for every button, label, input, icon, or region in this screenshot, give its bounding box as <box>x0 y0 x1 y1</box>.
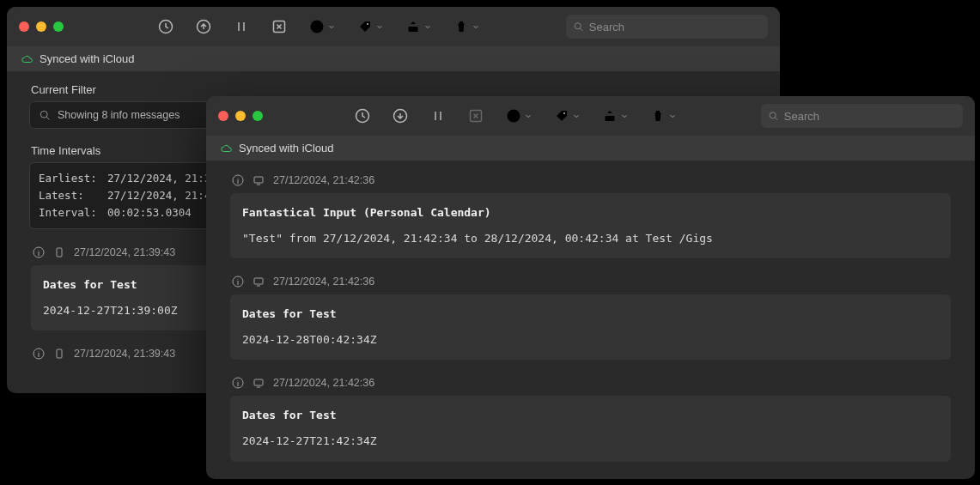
toolbar <box>158 19 479 34</box>
entry-timestamp: 27/12/2024, 21:39:43 <box>74 348 175 360</box>
entry-title: Dates for Test <box>242 406 939 425</box>
close-window-button[interactable] <box>19 21 29 32</box>
cloud-icon <box>220 142 232 155</box>
latest-key: Latest: <box>39 187 107 204</box>
delete-menu[interactable] <box>453 19 479 34</box>
tag-menu[interactable] <box>357 19 383 34</box>
earliest-key: Earliest: <box>39 170 107 187</box>
share-menu[interactable] <box>602 108 628 124</box>
search-input[interactable] <box>784 110 956 123</box>
search-icon <box>39 109 51 121</box>
log-entry-card[interactable]: Dates for Test 2024-12-28T00:42:34Z <box>230 294 951 360</box>
zoom-window-button[interactable] <box>53 21 64 32</box>
content-area: 27/12/2024, 21:42:36 Fantastical Input (… <box>206 161 975 479</box>
info-icon <box>33 246 45 258</box>
info-icon <box>232 377 244 389</box>
search-input[interactable] <box>589 21 761 33</box>
interval-value: 00:02:53.0304 <box>107 204 192 221</box>
device-icon <box>253 276 265 288</box>
share-menu[interactable] <box>405 19 431 34</box>
interval-key: Interval: <box>39 204 107 221</box>
entry-body: 2024-12-28T00:42:34Z <box>242 330 939 349</box>
entry-meta: 27/12/2024, 21:42:36 <box>220 169 961 191</box>
sync-status-bar: Synced with iCloud <box>206 136 975 161</box>
minimize-window-button[interactable] <box>235 111 246 121</box>
sync-status-bar: Synced with iCloud <box>7 46 780 71</box>
history-button[interactable] <box>355 108 370 124</box>
sync-status-text: Synced with iCloud <box>40 52 135 65</box>
delete-menu[interactable] <box>650 108 676 124</box>
sync-status-text: Synced with iCloud <box>239 142 334 155</box>
clear-button[interactable] <box>468 108 484 124</box>
search-icon <box>768 110 779 122</box>
cloud-icon <box>21 53 33 65</box>
upload-button[interactable] <box>196 19 211 34</box>
pause-button[interactable] <box>234 19 249 34</box>
search-field[interactable] <box>566 15 768 39</box>
titlebar[interactable] <box>206 96 975 136</box>
download-button[interactable] <box>393 108 408 124</box>
zoom-window-button[interactable] <box>253 111 263 121</box>
entry-timestamp: 27/12/2024, 21:39:43 <box>74 246 175 258</box>
view-mode-menu[interactable] <box>506 108 532 124</box>
tag-menu[interactable] <box>554 108 580 124</box>
entry-meta: 27/12/2024, 21:42:36 <box>220 270 961 293</box>
phone-icon <box>53 348 65 360</box>
log-entry-card[interactable]: Fantastical Input (Personal Calendar) "T… <box>230 193 951 258</box>
device-icon <box>253 174 265 186</box>
entry-body: "Test" from 27/12/2024, 21:42:34 to 28/1… <box>242 229 939 248</box>
titlebar[interactable] <box>7 7 780 46</box>
traffic-lights <box>218 111 263 121</box>
close-window-button[interactable] <box>218 111 228 121</box>
entry-title: Dates for Test <box>242 305 939 324</box>
phone-icon <box>53 246 65 258</box>
info-icon <box>33 348 45 360</box>
device-icon <box>253 377 265 389</box>
entry-timestamp: 27/12/2024, 21:42:36 <box>273 174 374 186</box>
filter-summary-text: Showing 8 info messages <box>58 109 180 121</box>
search-icon <box>573 21 584 33</box>
entry-meta: 27/12/2024, 21:42:36 <box>220 372 961 394</box>
entry-timestamp: 27/12/2024, 21:42:36 <box>273 276 374 288</box>
clear-button[interactable] <box>271 19 287 34</box>
entry-title: Fantastical Input (Personal Calendar) <box>242 203 939 222</box>
search-field[interactable] <box>761 104 963 128</box>
info-icon <box>232 174 244 186</box>
minimize-window-button[interactable] <box>36 21 46 32</box>
traffic-lights <box>19 21 64 32</box>
info-icon <box>232 276 244 288</box>
pause-button[interactable] <box>430 108 446 124</box>
log-entry-card[interactable]: Dates for Test 2024-12-27T21:42:34Z <box>230 396 951 461</box>
view-mode-menu[interactable] <box>309 19 335 34</box>
entry-timestamp: 27/12/2024, 21:42:36 <box>273 377 374 389</box>
history-button[interactable] <box>158 19 173 34</box>
log-window-2: Synced with iCloud 27/12/2024, 21:42:36 … <box>206 96 975 479</box>
toolbar <box>355 108 676 124</box>
entry-body: 2024-12-27T21:42:34Z <box>242 432 939 451</box>
